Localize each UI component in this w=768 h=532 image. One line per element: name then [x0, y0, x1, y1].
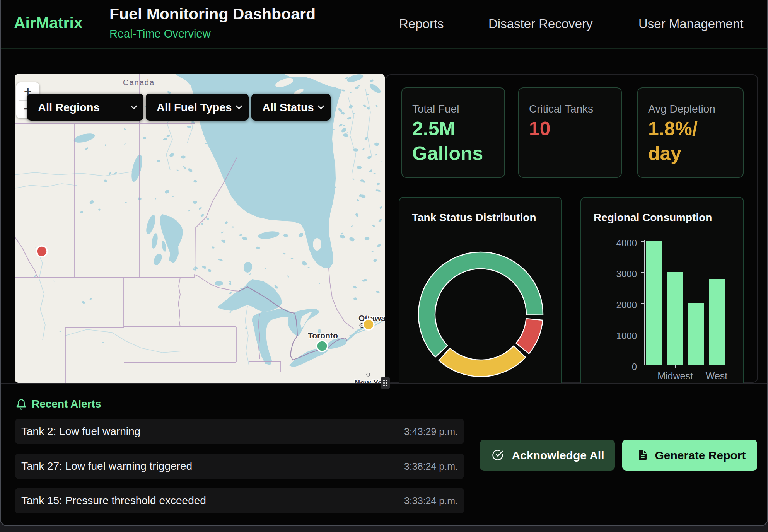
svg-text:Canada: Canada: [123, 78, 155, 87]
svg-text:0: 0: [632, 361, 637, 372]
svg-text:2000: 2000: [616, 300, 637, 310]
svg-text:Midwest: Midwest: [657, 370, 693, 381]
svg-text:Toronto: Toronto: [308, 331, 338, 340]
svg-text:1000: 1000: [616, 331, 637, 341]
svg-text:4000: 4000: [616, 238, 637, 248]
svg-text:3000: 3000: [616, 269, 637, 279]
svg-text:West: West: [706, 370, 728, 381]
